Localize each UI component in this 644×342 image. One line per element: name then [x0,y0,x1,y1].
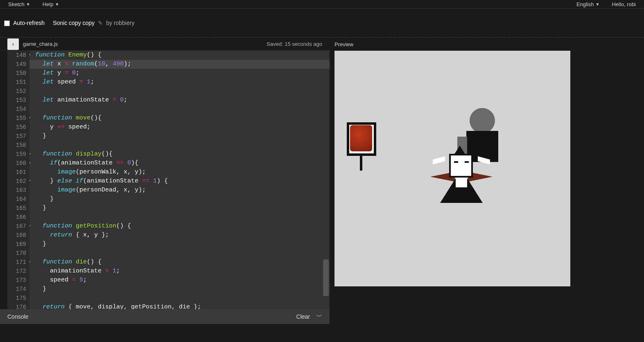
menu-sketch-label: Sketch [8,1,25,7]
blood-bag-fill [350,125,372,151]
sketch-title: Sonic copy copy [53,20,95,26]
chevron-down-icon: ▼ [596,2,600,7]
saved-status: Saved: 15 seconds ago [267,41,322,47]
menu-sketch[interactable]: Sketch ▼ [8,1,30,7]
edit-title-button[interactable]: ✎ [98,20,103,26]
editor-header: ‹ game_chara.js Saved: 15 seconds ago [0,38,330,51]
greeting-label: Hello, robi [612,1,636,7]
code-content[interactable]: function Enemy() { let x = random(10, 49… [29,51,330,309]
player-eye-right [465,161,469,163]
collapse-sidebar-button[interactable]: ‹ [7,38,19,50]
player-shirt [456,178,467,187]
console-label[interactable]: Console [7,313,28,320]
line-number-gutter: 1481491501511521531541551561571581591601… [0,51,29,309]
menu-help[interactable]: Help ▼ [43,1,59,7]
auto-refresh-label: Auto-refresh [13,20,45,26]
preview-label: Preview [334,41,353,47]
preview-canvas[interactable] [334,51,570,286]
by-label: by [106,20,112,26]
chevron-down-icon: ▼ [26,2,30,7]
filename-label: game_chara.js [23,41,58,47]
top-menu-bar: Sketch ▼ Help ▼ English ▼ Hello, robi [0,0,644,8]
language-label: English [576,1,594,7]
language-selector[interactable]: English ▼ [576,1,600,7]
player-hair [454,146,465,155]
menu-help-label: Help [43,1,54,7]
player-head [449,154,473,178]
console-bar: Console Clear ﹀ [0,309,330,324]
player-eye-left [454,161,458,163]
code-editor[interactable]: 1481491501511521531541551561571581591601… [0,51,330,309]
checkbox-icon[interactable] [4,20,10,26]
scrollbar-thumb[interactable] [323,259,329,296]
chevron-down-icon: ▼ [55,2,59,7]
blood-bag-tube [360,156,362,171]
editor-pane: ‹ game_chara.js Saved: 15 seconds ago 14… [0,38,330,324]
auto-refresh-toggle[interactable]: Auto-refresh [4,20,45,26]
clear-console-button[interactable]: Clear [296,313,310,320]
sketch-toolbar: Auto-refresh Sonic copy copy ✎ by robbie… [0,9,644,37]
author-name: robbiery [114,20,135,26]
player-wing-left [433,156,445,164]
user-greeting[interactable]: Hello, robi [612,1,636,7]
chevron-down-icon[interactable]: ﹀ [316,313,322,320]
preview-pane: Preview [330,38,644,324]
enemy-head [470,108,495,133]
